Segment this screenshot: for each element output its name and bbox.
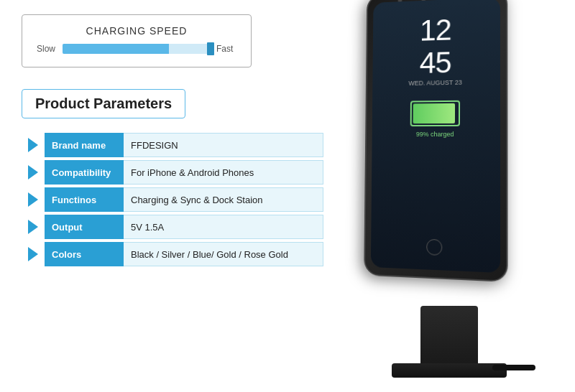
- phone-screen: 12 45 WED. AUGUST 23 99% charged: [371, 0, 500, 273]
- phone-mockup: 12 45 WED. AUGUST 23 99% charged: [364, 0, 507, 282]
- key-colors: Colors: [45, 242, 124, 266]
- value-functinos: Charging & Sync & Dock Staion: [124, 187, 323, 212]
- value-brand-name: FFDESIGN: [124, 133, 323, 157]
- key-output: Output: [45, 215, 124, 239]
- phone-dock: [392, 306, 507, 378]
- table-row: Compatibility For iPhone & Android Phone…: [22, 160, 323, 185]
- charging-bar-row: Slow Fast: [37, 44, 236, 54]
- right-panel: 12 45 WED. AUGUST 23 99% charged: [295, 0, 575, 392]
- key-functinos: Functinos: [45, 187, 124, 212]
- charging-bar-fill: [63, 44, 169, 54]
- fast-label: Fast: [216, 44, 236, 54]
- phone-home-button: [426, 239, 442, 256]
- params-list: Brand name FFDESIGN Compatibility For iP…: [22, 133, 323, 266]
- charging-speed-title: Charging Speed: [37, 25, 236, 37]
- charging-speed-box: Charging Speed Slow Fast: [22, 14, 252, 67]
- table-row: Output 5V 1.5A: [22, 215, 323, 239]
- slow-label: Slow: [37, 44, 57, 54]
- charged-text: 99% charged: [416, 131, 454, 138]
- dock-cable: [492, 365, 535, 370]
- arrow-icon-cell: [22, 160, 45, 185]
- charging-bar-marker: [207, 42, 214, 55]
- value-compatibility: For iPhone & Android Phones: [124, 160, 323, 185]
- key-brand-name: Brand name: [45, 133, 124, 157]
- value-colors: Black / Silver / Blue/ Gold / Rose Gold: [124, 242, 323, 266]
- key-compatibility: Compatibility: [45, 160, 124, 185]
- product-parameters-heading: Product Parameters: [22, 89, 185, 118]
- arrow-icon-cell: [22, 133, 45, 157]
- phone-time-minutes: 45: [380, 45, 493, 80]
- arrow-icon: [28, 138, 38, 152]
- charging-bar-container: [63, 44, 211, 54]
- arrow-icon: [28, 192, 38, 207]
- dock-base-plate: [392, 363, 507, 378]
- phone-battery-area: 99% charged: [379, 101, 493, 139]
- dock-stand: [420, 306, 478, 363]
- battery-fill: [413, 103, 456, 123]
- arrow-icon-cell: [22, 215, 45, 239]
- table-row: Colors Black / Silver / Blue/ Gold / Ros…: [22, 242, 323, 266]
- battery-visual: [410, 101, 460, 126]
- left-panel: Charging Speed Slow Fast Product Paramet…: [22, 14, 323, 269]
- arrow-icon-cell: [22, 187, 45, 212]
- arrow-icon: [28, 165, 38, 179]
- table-row: Functinos Charging & Sync & Dock Staion: [22, 187, 323, 212]
- phone-time-hours: 12: [380, 12, 492, 49]
- table-row: Brand name FFDESIGN: [22, 133, 323, 157]
- arrow-icon: [28, 220, 38, 234]
- phone-screen-content: 12 45 WED. AUGUST 23 99% charged: [372, 0, 500, 146]
- phone-date: WED. AUGUST 23: [380, 78, 493, 88]
- arrow-icon-cell: [22, 242, 45, 266]
- arrow-icon: [28, 247, 38, 261]
- value-output: 5V 1.5A: [124, 215, 323, 239]
